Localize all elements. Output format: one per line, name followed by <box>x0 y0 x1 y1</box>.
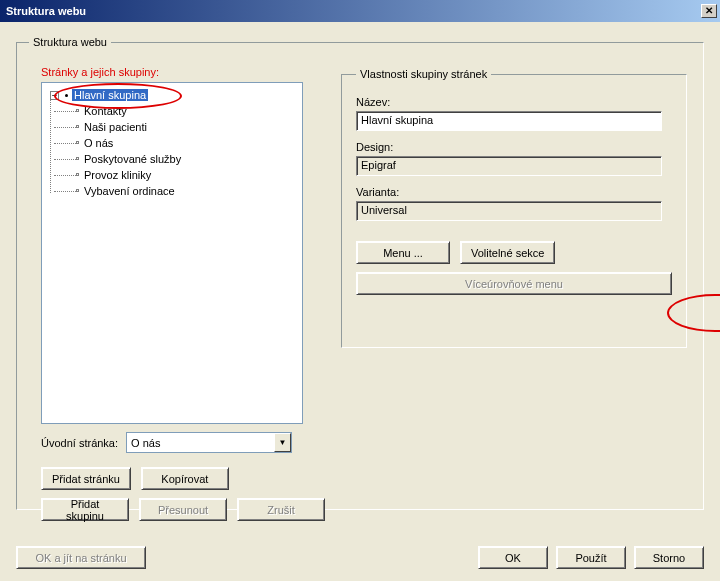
tree-root-node-icon <box>65 94 68 97</box>
tree-item-label: Naši pacienti <box>84 121 147 133</box>
right-column: Vlastnosti skupiny stránek Název: Hlavní… <box>341 68 687 348</box>
optional-sections-button[interactable]: Volitelné sekce <box>460 241 555 264</box>
tree-node-icon <box>76 109 79 112</box>
titlebar: Struktura webu ✕ <box>0 0 720 22</box>
multilevel-menu-button: Víceúrovňové menu <box>356 272 672 295</box>
tree-item[interactable]: O nás <box>46 135 298 151</box>
tree-item-label: Vybavení ordinace <box>84 185 175 197</box>
chevron-down-icon[interactable]: ▼ <box>274 433 291 452</box>
copy-button[interactable]: Kopírovat <box>141 467 229 490</box>
tree-node-icon <box>76 141 79 144</box>
variant-field: Universal <box>356 201 662 221</box>
design-field: Epigraf <box>356 156 662 176</box>
tree-node-icon <box>76 125 79 128</box>
intro-page-select[interactable]: O nás ▼ <box>126 432 292 453</box>
tree-item[interactable]: Poskytované služby <box>46 151 298 167</box>
tree-node-icon <box>76 189 79 192</box>
intro-page-label: Úvodní stránka: <box>41 437 118 449</box>
tree-item-label: O nás <box>84 137 113 149</box>
tree-collapse-icon[interactable]: − <box>50 91 59 100</box>
main-groupbox: Struktura webu Stránky a jejich skupiny:… <box>16 36 704 510</box>
ok-goto-button: OK a jít na stránku <box>16 546 146 569</box>
move-button: Přesunout <box>139 498 227 521</box>
tree-label: Stránky a jejich skupiny: <box>41 66 319 78</box>
close-button[interactable]: ✕ <box>701 4 717 18</box>
tree-item-label: Poskytované služby <box>84 153 181 165</box>
dialog-buttons: OK a jít na stránku OK Použít Storno <box>16 546 704 569</box>
client-area: Struktura webu Stránky a jejich skupiny:… <box>0 22 720 581</box>
page-tree[interactable]: − Hlavní skupina Kontakty Naši pacienti … <box>41 82 303 424</box>
properties-legend: Vlastnosti skupiny stránek <box>356 68 491 80</box>
close-icon: ✕ <box>705 6 713 16</box>
tree-node-icon <box>76 157 79 160</box>
ok-button[interactable]: OK <box>478 546 548 569</box>
name-label: Název: <box>356 96 672 108</box>
menu-button[interactable]: Menu ... <box>356 241 450 264</box>
tree-root-row[interactable]: − Hlavní skupina <box>46 87 298 103</box>
tree-item-label: Kontakty <box>84 105 127 117</box>
cancel-button: Zrušit <box>237 498 325 521</box>
left-button-rows: Přidat stránku Kopírovat Přidat skupinu … <box>41 467 319 521</box>
properties-groupbox: Vlastnosti skupiny stránek Název: Hlavní… <box>341 68 687 348</box>
left-column: Stránky a jejich skupiny: − Hlavní skupi… <box>41 66 319 529</box>
tree-item[interactable]: Kontakty <box>46 103 298 119</box>
tree-root-label[interactable]: Hlavní skupina <box>72 89 148 101</box>
tree-node-icon <box>76 173 79 176</box>
window-title: Struktura webu <box>6 5 701 17</box>
tree-item[interactable]: Naši pacienti <box>46 119 298 135</box>
intro-page-row: Úvodní stránka: O nás ▼ <box>41 432 319 453</box>
add-page-button[interactable]: Přidat stránku <box>41 467 131 490</box>
main-groupbox-legend: Struktura webu <box>29 36 111 48</box>
apply-button[interactable]: Použít <box>556 546 626 569</box>
name-input[interactable]: Hlavní skupina <box>356 111 662 131</box>
variant-label: Varianta: <box>356 186 672 198</box>
storno-button[interactable]: Storno <box>634 546 704 569</box>
tree-item-label: Provoz kliniky <box>84 169 151 181</box>
tree-item[interactable]: Vybavení ordinace <box>46 183 298 199</box>
tree-item[interactable]: Provoz kliniky <box>46 167 298 183</box>
add-group-button[interactable]: Přidat skupinu <box>41 498 129 521</box>
design-label: Design: <box>356 141 672 153</box>
intro-page-value: O nás <box>131 437 160 449</box>
